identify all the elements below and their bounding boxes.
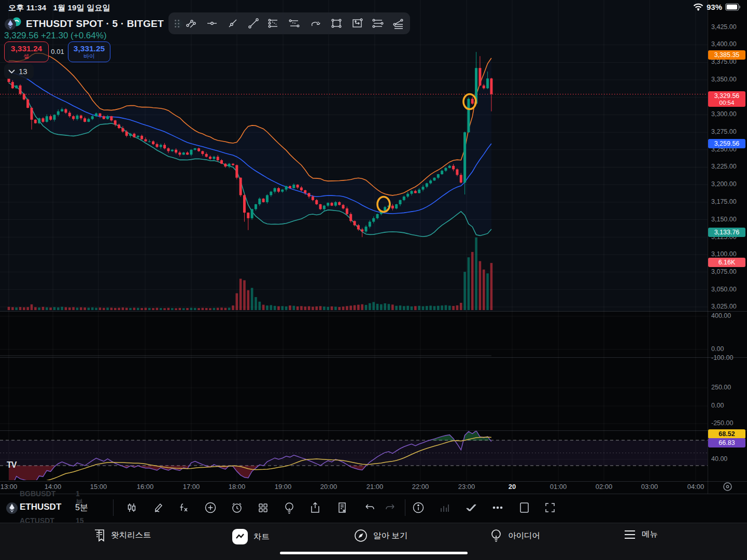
depth-chart-icon[interactable] — [438, 500, 452, 515]
sell-button[interactable]: 3,331.24 셀 — [4, 41, 49, 62]
time-tick: 15:00 — [90, 483, 107, 491]
hamburger-menu-icon — [624, 529, 636, 540]
time-tick: 04:00 — [687, 483, 704, 491]
time-tick: 21:00 — [367, 483, 384, 491]
time-tick: 01:00 — [550, 483, 567, 491]
brush-icon[interactable] — [305, 12, 326, 34]
status-date: 1월 19일 일요일 — [53, 3, 110, 12]
sell-price: 3,331.24 — [11, 45, 42, 53]
symbol-header[interactable]: ETHUSDT SPOT · 5 · BITGET — [4, 17, 184, 31]
time-tick: 20:00 — [320, 483, 337, 491]
lightbulb-icon — [490, 529, 502, 542]
nav-ideas[interactable]: 아이디어 — [490, 529, 540, 542]
chart-icon — [232, 529, 248, 544]
buy-button[interactable]: 3,331.25 바이 — [68, 41, 110, 62]
price-tick: 3,200.00 — [711, 180, 737, 188]
time-axis-settings-icon[interactable] — [723, 482, 732, 494]
projection-icon[interactable] — [347, 12, 368, 34]
order-panel-icon[interactable] — [335, 500, 349, 515]
horizontal-line-icon[interactable] — [202, 12, 222, 34]
buy-price: 3,331.25 — [74, 45, 105, 53]
time-tick: 19:00 — [275, 483, 292, 491]
nav-watchlist[interactable]: 왓치리스트 — [93, 529, 151, 542]
sell-label: 셀 — [24, 53, 30, 60]
indicators-collapse-chip[interactable]: 13 — [4, 64, 34, 79]
polyline-icon[interactable] — [388, 12, 409, 34]
time-tick: 23:00 — [458, 483, 475, 491]
drawing-toolbar[interactable] — [168, 12, 410, 34]
object-tree-icon[interactable] — [517, 500, 531, 515]
redo-icon[interactable] — [383, 500, 398, 515]
nav-label: 알아 보기 — [373, 530, 407, 541]
time-tick: 14:00 — [45, 483, 62, 491]
trend-line-icon[interactable] — [243, 12, 264, 34]
nav-label: 왓치리스트 — [111, 530, 151, 541]
toolbar-symbol[interactable]: ETHUSDT — [20, 502, 61, 512]
add-icon[interactable] — [203, 500, 218, 515]
symbol-coin-icon[interactable] — [5, 501, 19, 515]
price-tick: 3,300.00 — [711, 110, 737, 118]
price-tick: 0.00 — [711, 402, 724, 409]
tradingview-logo: TV — [7, 460, 16, 470]
price-flag-rsi-ma: 68.52 — [708, 429, 745, 439]
symbol-title: ETHUSDT SPOT · 5 · BITGET — [26, 18, 164, 30]
home-indicator[interactable] — [280, 552, 468, 554]
toolbar-interval[interactable]: 5분 — [75, 502, 88, 513]
ray-line-icon[interactable] — [222, 12, 243, 34]
fullscreen-icon[interactable] — [543, 500, 557, 515]
nav-menu[interactable]: 메뉴 — [624, 529, 658, 540]
nav-label: 차트 — [253, 531, 270, 542]
price-tick: 3,100.00 — [711, 250, 737, 258]
drag-handle-icon[interactable] — [175, 20, 181, 27]
price-flag-bb-lower: 3,133.76 — [708, 228, 745, 237]
price-flag-volume: 6.16K — [708, 258, 745, 267]
price-tick: 3,400.00 — [711, 40, 737, 48]
layout-grid-icon[interactable] — [256, 500, 270, 515]
chevron-down-icon — [8, 69, 15, 74]
price-tick: 3,425.00 — [711, 23, 737, 31]
price-tick: 40.00 — [711, 455, 727, 463]
symbol-logo — [4, 17, 22, 31]
indicator-count: 13 — [19, 67, 27, 76]
chart-canvas[interactable] — [0, 0, 747, 560]
time-tick: 22:00 — [412, 483, 429, 491]
trade-arrows-icon[interactable] — [463, 500, 478, 515]
trend-lines-pair-icon[interactable] — [181, 12, 202, 34]
ideas-bulb-icon[interactable] — [282, 500, 297, 515]
rectangle-icon[interactable] — [326, 12, 347, 34]
fib-retracement-icon[interactable] — [264, 12, 285, 34]
price-tick: 3,225.00 — [711, 163, 737, 170]
share-icon[interactable] — [308, 500, 322, 515]
buy-label: 바이 — [83, 53, 95, 60]
nav-label: 아이디어 — [508, 530, 540, 541]
undo-icon[interactable] — [362, 500, 377, 515]
time-tick: 18:00 — [229, 483, 246, 491]
price-flag-rsi: 66.83 — [708, 438, 745, 447]
nav-label: 메뉴 — [642, 529, 658, 540]
alert-clock-icon[interactable] — [230, 500, 244, 515]
time-tick: 17:00 — [183, 483, 200, 491]
time-tick: 16:00 — [137, 483, 154, 491]
price-tick: 3,150.00 — [711, 216, 737, 223]
time-tick: 02:00 — [596, 483, 613, 491]
more-ellipsis-icon[interactable] — [490, 500, 505, 515]
price-flag-bb-basis: 3,259.56 — [708, 139, 745, 148]
status-clock: 오후 11:34 1월 19일 일요일 — [8, 3, 110, 13]
price-tick: 3,075.00 — [711, 268, 737, 275]
fib-extension-icon[interactable] — [285, 12, 305, 34]
price-tick: 3,350.00 — [711, 76, 737, 83]
ghost-symbol-row: BGBUSDT 1분 — [20, 489, 55, 498]
indicators-fx-icon[interactable] — [177, 500, 191, 515]
spread-value: 0.01 — [50, 48, 65, 55]
draw-pencil-icon[interactable] — [151, 500, 166, 515]
price-tick: 3,275.00 — [711, 128, 737, 135]
parallel-lines-icon[interactable] — [368, 12, 388, 34]
nav-chart[interactable]: 차트 — [232, 529, 270, 544]
info-icon[interactable] — [411, 500, 426, 515]
chart-type-candles-icon[interactable] — [124, 500, 139, 515]
wifi-icon — [693, 3, 703, 11]
price-tick: 3,175.00 — [711, 198, 737, 205]
price-tick: 3,025.00 — [711, 303, 737, 310]
nav-explore[interactable]: 알아 보기 — [354, 529, 407, 542]
compass-icon — [354, 529, 368, 542]
